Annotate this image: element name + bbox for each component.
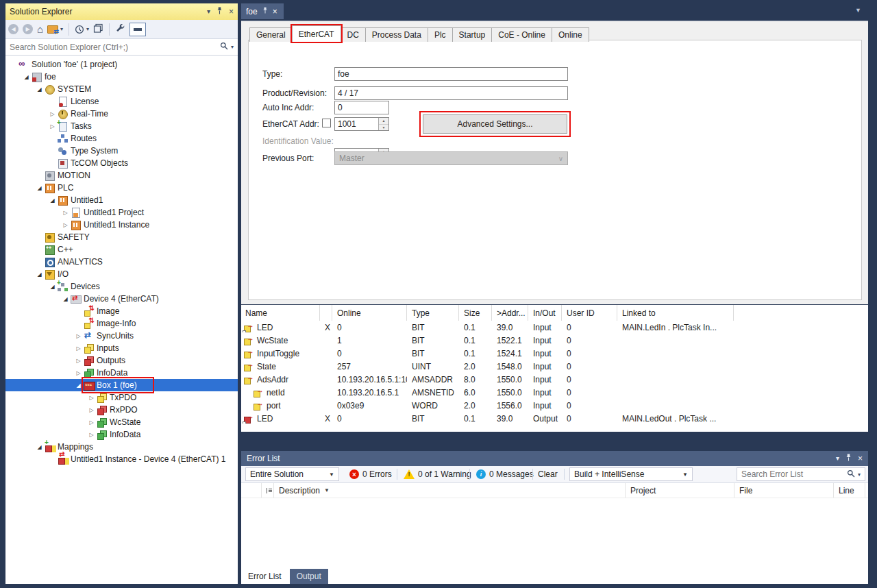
scope-dropdown[interactable]: Entire Solution▼ xyxy=(245,467,339,481)
variable-row-wcstate-input[interactable]: WcState1BIT0.11522.1Input0 xyxy=(241,334,868,347)
close-icon[interactable]: × xyxy=(858,454,863,463)
tree-item-untitled1-instance[interactable]: ▷Untitled1 Instance xyxy=(5,219,238,231)
grid-column-header-user-id[interactable]: User ID xyxy=(562,305,617,321)
tree-item-safety[interactable]: SAFETY xyxy=(5,231,238,243)
variable-row-adsaddr-input[interactable]: AdsAddr10.193.20.16.5.1:1001AMSADDR8.015… xyxy=(241,373,868,386)
tree-item-tccom-objects[interactable]: TcCOM Objects xyxy=(5,157,238,169)
tree-item-inputs[interactable]: ▷Inputs xyxy=(5,342,238,354)
filter-chevron-icon[interactable]: ▼ xyxy=(324,487,330,493)
expander-icon[interactable]: ◢ xyxy=(73,382,84,389)
tab-online[interactable]: Online xyxy=(552,27,589,42)
expander-icon[interactable]: ▷ xyxy=(73,370,84,376)
solution-explorer-titlebar[interactable]: Solution Explorer ▾ × xyxy=(5,3,238,20)
tab-coe-online[interactable]: CoE - Online xyxy=(491,27,552,42)
variable-row-led-output[interactable]: LEDX0BIT0.139.0Output0MAIN.LedOut . PlcT… xyxy=(241,412,868,425)
product-revision-field[interactable]: 4 / 17 xyxy=(334,86,568,100)
tree-item-type-system[interactable]: Type System xyxy=(5,145,238,157)
tree-item-devices[interactable]: ◢Devices xyxy=(5,280,238,293)
grid-column-header-linked-to[interactable]: Linked to xyxy=(617,305,734,321)
messages-filter-button[interactable]: i 0 Messages xyxy=(476,467,534,481)
grid-column-header-type[interactable]: Type xyxy=(407,305,459,321)
tree-item-image-info[interactable]: Image-Info xyxy=(5,317,238,330)
tree-item-i-o[interactable]: ◢I/O xyxy=(5,268,238,280)
grid-column-header-name[interactable]: Name xyxy=(241,305,320,321)
tree-item-mappings[interactable]: ◢Mappings xyxy=(5,441,238,453)
document-tab-foe[interactable]: foe × xyxy=(241,3,284,19)
back-icon[interactable]: ◀ xyxy=(8,24,18,34)
tree-item-c[interactable]: C++ xyxy=(5,243,238,256)
pin-icon[interactable] xyxy=(217,7,223,16)
tree-item-infodata[interactable]: ▷InfoData xyxy=(5,367,238,379)
pin-icon[interactable] xyxy=(262,7,268,16)
search-input[interactable]: Search Error List xyxy=(741,469,847,479)
expander-icon[interactable]: ▷ xyxy=(73,345,84,352)
tree-item-wcstate[interactable]: ▷WcState xyxy=(5,416,238,428)
tab-dc[interactable]: DC xyxy=(341,27,366,42)
expander-icon[interactable]: ▷ xyxy=(60,210,71,216)
tree-item-analytics[interactable]: ANALYTICS xyxy=(5,256,238,268)
expander-icon[interactable]: ▷ xyxy=(73,333,84,339)
chevron-down-icon[interactable]: ▾ xyxy=(858,471,861,478)
search-icon[interactable] xyxy=(220,42,228,52)
expander-icon[interactable]: ◢ xyxy=(47,284,58,290)
grid-column-header-addr[interactable]: >Addr... xyxy=(492,305,528,321)
expander-icon[interactable]: ▷ xyxy=(86,432,97,438)
tree-item-image[interactable]: Image xyxy=(5,305,238,317)
error-list-titlebar[interactable]: Error List ▾ × xyxy=(241,451,868,466)
bottom-tab-output[interactable]: Output xyxy=(290,569,328,584)
home-icon[interactable]: ⌂ xyxy=(37,24,43,34)
tree-item-system[interactable]: ◢SYSTEM xyxy=(5,83,238,95)
tree-item-box-1-foe[interactable]: ◢Box 1 (foe) xyxy=(5,379,238,391)
advanced-settings-button[interactable]: Advanced Settings... xyxy=(423,114,567,134)
type-field[interactable]: foe xyxy=(334,67,568,81)
auto-inc-addr-field[interactable]: 0 xyxy=(334,101,389,114)
tree-item-routes[interactable]: Routes xyxy=(5,132,238,145)
expander-icon[interactable]: ◢ xyxy=(34,271,45,278)
expander-icon[interactable]: ▷ xyxy=(86,395,97,401)
variable-row-netid-input[interactable]: netId10.193.20.16.5.1AMSNETID6.01550.0In… xyxy=(241,386,868,399)
variable-row-inputtoggle-input[interactable]: InputToggle0BIT0.11524.1Input0 xyxy=(241,347,868,360)
tree-item-device-4-ethercat[interactable]: ◢Device 4 (EtherCAT) xyxy=(5,293,238,305)
ethercat-addr-field[interactable]: 1001 ▲▼ xyxy=(334,117,389,131)
tab-startup[interactable]: Startup xyxy=(452,27,493,42)
bottom-tab-error-list[interactable]: Error List xyxy=(241,569,288,584)
error-list-header-line-column[interactable]: Line xyxy=(834,483,865,498)
tree-item-real-time[interactable]: ▷Real-Time xyxy=(5,108,238,120)
properties-wrench-icon[interactable] xyxy=(115,23,125,36)
variable-row-state-input[interactable]: State257UINT2.01548.0Input0 xyxy=(241,360,868,373)
expander-icon[interactable]: ▷ xyxy=(60,222,71,228)
tree-item-solution-foe-1-project[interactable]: Solution 'foe' (1 project) xyxy=(5,58,238,71)
expander-icon[interactable]: ◢ xyxy=(21,74,32,80)
collapse-all-icon[interactable] xyxy=(93,23,103,36)
forward-icon[interactable]: ▶ xyxy=(23,24,33,34)
expander-icon[interactable]: ◢ xyxy=(34,86,45,93)
tree-item-txpdo[interactable]: ▷TxPDO xyxy=(5,391,238,404)
tree-item-foe[interactable]: ◢foe xyxy=(5,71,238,83)
expander-icon[interactable]: ▷ xyxy=(86,419,97,426)
expander-icon[interactable]: ▷ xyxy=(73,358,84,364)
tree-item-license[interactable]: License xyxy=(5,95,238,108)
search-input[interactable]: Search Solution Explorer (Ctrl+;) xyxy=(10,42,220,52)
tree-item-untitled1-project[interactable]: ▷Untitled1 Project xyxy=(5,206,238,219)
tree-item-infodata[interactable]: ▷InfoData xyxy=(5,428,238,441)
tree-item-outputs[interactable]: ▷Outputs xyxy=(5,354,238,367)
switch-views-button[interactable]: ▾ xyxy=(47,25,63,34)
expander-icon[interactable]: ◢ xyxy=(60,296,71,302)
build-intellisense-dropdown[interactable]: Build + IntelliSense▼ xyxy=(569,467,693,481)
tab-ethercat[interactable]: EtherCAT xyxy=(292,25,341,42)
close-icon[interactable]: × xyxy=(273,7,277,16)
pin-icon[interactable] xyxy=(845,454,852,463)
solution-explorer-search[interactable]: Search Solution Explorer (Ctrl+;) ▾ xyxy=(5,39,238,56)
error-list-header-severity-column[interactable] xyxy=(262,483,274,498)
error-list-header-file-column[interactable]: File xyxy=(734,483,834,498)
errors-filter-button[interactable]: × 0 Errors xyxy=(349,467,392,481)
error-list-search[interactable]: Search Error List ▾ xyxy=(737,467,865,481)
grid-column-header-size[interactable]: Size xyxy=(459,305,492,321)
tree-item-syncunits[interactable]: ▷SyncUnits xyxy=(5,330,238,342)
expander-icon[interactable]: ◢ xyxy=(34,444,45,450)
tree-item-plc[interactable]: ◢PLC xyxy=(5,182,238,194)
window-position-menu-icon[interactable]: ▾ xyxy=(207,8,210,15)
spinner-up-down-icon[interactable]: ▲▼ xyxy=(378,118,388,130)
error-list-header-description-column[interactable]: Description▼ xyxy=(274,483,626,498)
search-icon[interactable] xyxy=(847,469,855,480)
